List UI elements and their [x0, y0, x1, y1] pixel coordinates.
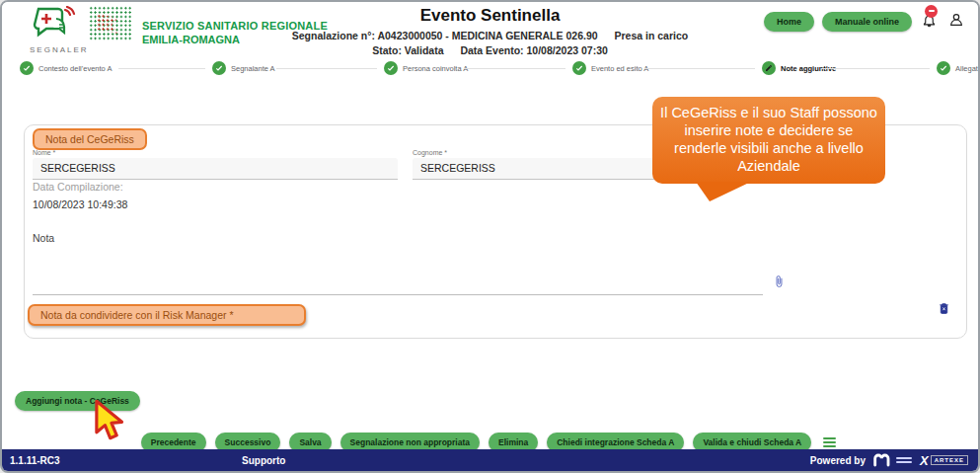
- step-evento-esito[interactable]: Evento ed esito A: [572, 61, 648, 75]
- check-icon: [937, 61, 950, 75]
- step-connector: [464, 68, 565, 69]
- check-icon: [20, 61, 34, 75]
- nota-textarea-underline[interactable]: [33, 294, 763, 295]
- check-icon: [212, 61, 226, 75]
- app-version: 1.1.11-RC3: [10, 455, 60, 466]
- edit-icon: [762, 61, 776, 75]
- notification-badge: [925, 5, 938, 18]
- step-persona-coinvolta[interactable]: Persona coinvolta A: [384, 61, 468, 75]
- step-connector: [821, 68, 930, 69]
- presa-in-carico-label: Presa in carico: [614, 30, 688, 41]
- powered-by-label: Powered by: [810, 455, 866, 466]
- tooltip-tail: [690, 182, 753, 201]
- nome-field: Nome *: [33, 149, 398, 180]
- artexe-logo-text: ARTEXE: [931, 455, 968, 465]
- data-compilazione-label: Data Compilazione:: [33, 181, 123, 193]
- step-allegati[interactable]: Allegati: [937, 61, 980, 75]
- app-window: SEGNALER SERVIZIO SANITARIO REGIONALE EM…: [0, 0, 980, 473]
- maps-logo: [873, 453, 912, 467]
- data-compilazione-value: 10/08/2023 10:49:38: [33, 198, 127, 210]
- footer-bar: 1.1.11-RC3 Supporto Powered by X ARTEXE: [2, 449, 978, 471]
- notifications-button[interactable]: [920, 11, 939, 33]
- supporto-link[interactable]: Supporto: [242, 455, 285, 466]
- attach-file-button[interactable]: [773, 272, 786, 294]
- account-button[interactable]: [946, 10, 966, 33]
- aggiungi-nota-button[interactable]: Aggiungi nota - CeGeRiss: [15, 391, 140, 411]
- paperclip-icon: [773, 272, 786, 291]
- header-actions: Home Manuale online: [764, 10, 966, 33]
- step-connector: [644, 68, 755, 69]
- maps-m-icon: [873, 453, 893, 467]
- artexe-logo: X ARTEXE: [920, 453, 968, 468]
- nome-label: Nome *: [33, 149, 398, 156]
- footer-branding: Powered by X ARTEXE: [810, 453, 968, 468]
- step-connector: [118, 68, 205, 69]
- check-icon: [384, 61, 398, 75]
- subtitle-status: Stato: Validata Data Evento: 10/08/2023 …: [2, 44, 978, 56]
- menu-hamburger-button[interactable]: [820, 434, 839, 450]
- artexe-x-icon: X: [920, 453, 929, 468]
- risk-manager-badge[interactable]: Nota da condividere con il Risk Manager …: [28, 304, 306, 326]
- data-evento-label: Data Evento: 10/08/2023 07:30: [460, 44, 607, 56]
- home-button[interactable]: Home: [764, 12, 814, 32]
- wizard-stepper: Contesto dell'evento A Segnalante A Pers…: [2, 59, 978, 81]
- step-segnalante[interactable]: Segnalante A: [212, 61, 275, 75]
- trash-icon: [938, 300, 950, 316]
- tooltip-text: Il CeGeRiss e il suo Staff possono inser…: [652, 97, 885, 184]
- step-connector: [276, 68, 377, 69]
- section-badge-nota-cegeriss: Nota del CeGeRiss: [33, 128, 147, 150]
- check-icon: [572, 61, 586, 75]
- segnalazione-number: Segnalazione n°: A0423000050 - MEDICINA …: [292, 30, 598, 41]
- header: SEGNALER SERVIZIO SANITARIO REGIONALE EM…: [2, 2, 978, 59]
- user-icon: [948, 12, 964, 28]
- nome-input[interactable]: [33, 158, 398, 180]
- maps-logo-text: [896, 456, 912, 465]
- manuale-online-button[interactable]: Manuale online: [822, 12, 912, 32]
- stato-label: Stato: Validata: [372, 44, 443, 56]
- tooltip-callout: Il CeGeRiss e il suo Staff possono inser…: [652, 97, 885, 184]
- nota-label: Nota: [33, 232, 54, 244]
- delete-note-button[interactable]: [938, 300, 950, 319]
- step-contesto-evento[interactable]: Contesto dell'evento A: [20, 61, 112, 75]
